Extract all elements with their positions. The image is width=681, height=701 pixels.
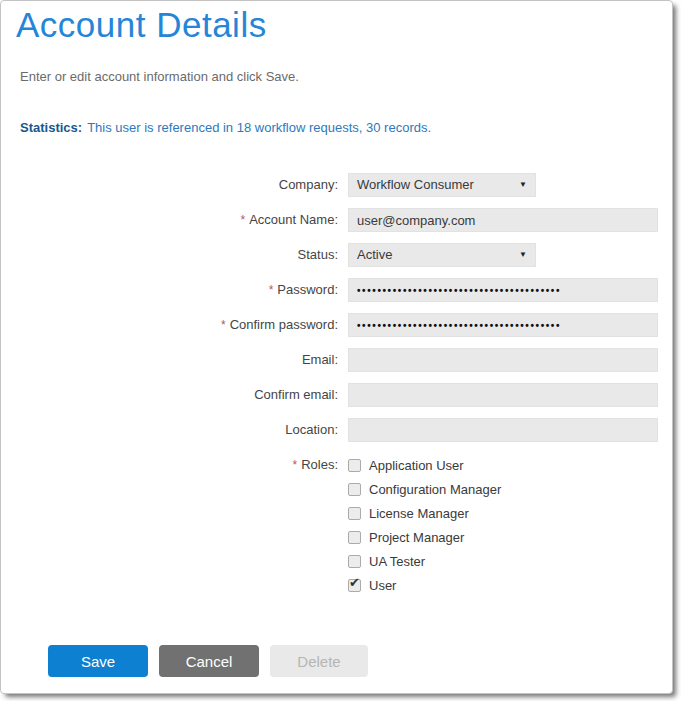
check-icon: ✔ [349,575,360,590]
password-label: Password: [277,282,338,297]
form-row-status: *Status: Active ▼ [1,243,672,267]
roles-label-cell: *Roles: [1,453,338,597]
page-subtitle: Enter or edit account information and cl… [20,69,299,84]
required-marker: * [292,458,297,472]
password-input[interactable] [348,278,658,302]
role-label: Configuration Manager [369,482,501,497]
checkbox-project-manager[interactable]: ✔ [348,531,361,544]
form-row-password: *Password: [1,278,672,302]
save-button[interactable]: Save [48,645,148,677]
confirm-email-label: Confirm email: [254,387,338,402]
role-item-project-manager: ✔ Project Manager [348,525,501,549]
role-label: License Manager [369,506,469,521]
confirm-password-input[interactable] [348,313,658,337]
account-name-input[interactable] [348,208,658,232]
account-name-label-cell: *Account Name: [1,208,338,232]
company-select[interactable]: Workflow Consumer ▼ [348,173,536,197]
button-row: Save Cancel Delete [48,645,368,677]
role-item-license-manager: ✔ License Manager [348,501,501,525]
confirm-password-label-cell: *Confirm password: [1,313,338,337]
form-row-roles: *Roles: ✔ Application User ✔ Configurati… [1,453,672,597]
role-item-application-user: ✔ Application User [348,453,501,477]
cancel-button[interactable]: Cancel [159,645,259,677]
role-item-user: ✔ User [348,573,501,597]
role-label: User [369,578,396,593]
checkbox-user[interactable]: ✔ [348,579,361,592]
confirm-password-label: Confirm password: [230,317,338,332]
form-row-account-name: *Account Name: [1,208,672,232]
role-label: Project Manager [369,530,464,545]
form-row-company: *Company: Workflow Consumer ▼ [1,173,672,197]
account-name-label: Account Name: [249,212,338,227]
location-label-cell: *Location: [1,418,338,442]
password-label-cell: *Password: [1,278,338,302]
roles-label: Roles: [301,457,338,472]
status-select-value: Active [357,247,392,262]
checkbox-ua-tester[interactable]: ✔ [348,555,361,568]
status-select[interactable]: Active ▼ [348,243,536,267]
page-title: Account Details [16,5,267,45]
email-input[interactable] [348,348,658,372]
statistics-line: Statistics:This user is referenced in 18… [20,120,431,135]
form-row-confirm-email: *Confirm email: [1,383,672,407]
checkbox-application-user[interactable]: ✔ [348,459,361,472]
form-row-confirm-password: *Confirm password: [1,313,672,337]
location-input[interactable] [348,418,658,442]
roles-list: ✔ Application User ✔ Configuration Manag… [348,453,501,597]
role-label: Application User [369,458,464,473]
confirm-email-input[interactable] [348,383,658,407]
account-details-card: Account Details Enter or edit account in… [0,0,673,694]
location-label: Location: [285,422,338,437]
chevron-down-icon: ▼ [519,174,527,196]
required-marker: * [221,318,226,332]
checkbox-license-manager[interactable]: ✔ [348,507,361,520]
company-label-cell: *Company: [1,173,338,197]
role-item-configuration-manager: ✔ Configuration Manager [348,477,501,501]
statistics-text: This user is referenced in 18 workflow r… [87,120,431,135]
company-label: Company: [279,177,338,192]
role-label: UA Tester [369,554,425,569]
company-select-value: Workflow Consumer [357,177,474,192]
delete-button[interactable]: Delete [270,645,368,677]
status-label: Status: [298,247,338,262]
status-label-cell: *Status: [1,243,338,267]
required-marker: * [269,283,274,297]
chevron-down-icon: ▼ [519,244,527,266]
email-label: Email: [302,352,338,367]
form-row-email: *Email: [1,348,672,372]
checkbox-configuration-manager[interactable]: ✔ [348,483,361,496]
form-row-location: *Location: [1,418,672,442]
statistics-label: Statistics: [20,120,82,135]
email-label-cell: *Email: [1,348,338,372]
role-item-ua-tester: ✔ UA Tester [348,549,501,573]
confirm-email-label-cell: *Confirm email: [1,383,338,407]
account-form: *Company: Workflow Consumer ▼ *Account N… [1,173,672,597]
required-marker: * [240,213,245,227]
